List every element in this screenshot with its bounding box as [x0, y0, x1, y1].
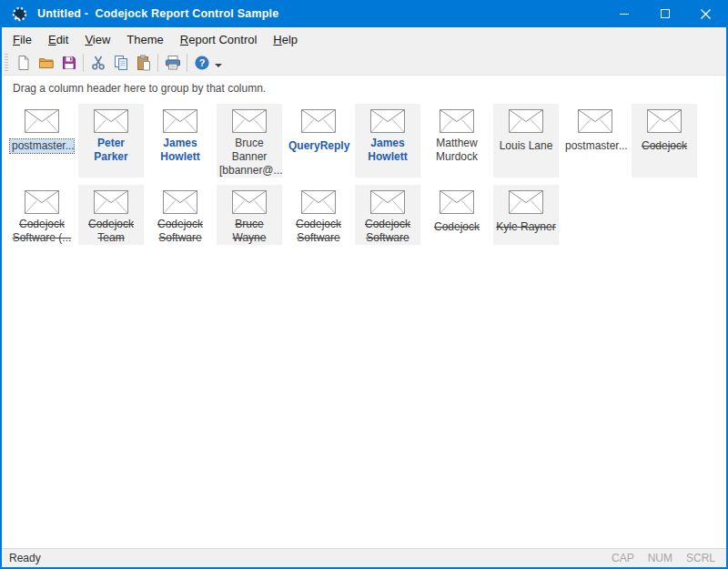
mail-item-label: Peter Parker	[79, 137, 143, 164]
envelope-icon	[94, 109, 128, 133]
mail-item-label: Codejock Team	[86, 218, 136, 245]
toolbar-grip[interactable]	[5, 54, 8, 72]
envelope-icon	[25, 190, 59, 214]
mail-item[interactable]: Codejock Software	[355, 185, 420, 245]
print-icon	[165, 55, 181, 71]
tile-row: postmaster...Peter ParkerJames HowlettBr…	[9, 104, 726, 178]
mail-item-label: Codejock Software (...	[11, 218, 74, 245]
app-window: Untitled - Codejock Report Control Sampl…	[0, 0, 728, 569]
new-button[interactable]	[12, 52, 35, 74]
mail-item[interactable]: QueryReply	[286, 104, 351, 178]
envelope-icon	[232, 109, 267, 133]
menu-view[interactable]: View	[76, 29, 118, 50]
mail-item[interactable]: James Howlett	[355, 104, 420, 178]
mail-item[interactable]: Kyle Rayner	[493, 185, 559, 245]
mail-item[interactable]: Codejock	[632, 104, 697, 178]
cut-button[interactable]	[86, 52, 109, 74]
scroll-lock-indicator: SCRL	[686, 552, 715, 564]
envelope-icon	[163, 190, 197, 214]
paste-button[interactable]	[132, 52, 155, 74]
menu-edit[interactable]: Edit	[40, 29, 76, 50]
window-title: Untitled - Codejock Report Control Sampl…	[37, 7, 278, 20]
envelope-icon	[301, 109, 336, 133]
minimize-icon	[620, 9, 629, 18]
mail-item-label: James Howlett	[366, 137, 409, 164]
save-floppy-icon	[61, 55, 77, 71]
open-folder-icon	[38, 55, 55, 71]
cut-scissors-icon	[90, 55, 106, 71]
caps-lock-indicator: CAP	[612, 552, 634, 564]
titlebar: Untitled - Codejock Report Control Sampl…	[2, 0, 726, 27]
toolbar-options-dropdown[interactable]	[215, 64, 222, 67]
tile-row: Codejock Software (...Codejock TeamCodej…	[9, 185, 726, 245]
maximize-icon	[661, 9, 670, 18]
print-button[interactable]	[161, 52, 184, 74]
status-message: Ready	[2, 552, 41, 564]
mail-item-label: Louis Lane	[498, 139, 555, 153]
group-by-box[interactable]: Drag a column header here to group by th…	[2, 76, 726, 102]
help-button[interactable]: ?	[190, 52, 213, 74]
mail-item[interactable]: Codejock Software (...	[9, 185, 75, 245]
mail-item-label: Matthew Murdock	[434, 137, 480, 164]
mail-item[interactable]: Bruce Wayne	[217, 185, 282, 245]
envelope-icon	[370, 109, 405, 133]
envelope-icon	[509, 109, 543, 133]
num-lock-indicator: NUM	[648, 552, 672, 564]
caption-buttons	[603, 0, 726, 27]
mail-item-label: postmaster...	[10, 139, 74, 153]
copy-icon	[113, 55, 129, 71]
mail-item-label: Codejock Software	[294, 218, 343, 245]
menu-file[interactable]: File	[5, 29, 40, 50]
paste-clipboard-icon	[136, 55, 152, 71]
toolbar-separator	[83, 54, 84, 72]
mail-item[interactable]: Louis Lane	[493, 104, 559, 178]
mail-item[interactable]: Bruce Banner [bbanner@...	[217, 104, 282, 178]
mail-item-label: Codejock Software	[156, 218, 205, 245]
mail-item[interactable]: Peter Parker	[78, 104, 144, 178]
save-button[interactable]	[57, 52, 80, 74]
mail-item[interactable]: Codejock Software	[147, 185, 213, 245]
items-grid: postmaster...Peter ParkerJames HowlettBr…	[2, 102, 726, 548]
envelope-icon	[232, 190, 267, 214]
mail-item[interactable]: postmaster...	[9, 104, 75, 178]
group-by-hint: Drag a column header here to group by th…	[13, 82, 266, 95]
mail-item-label: QueryReply	[287, 139, 350, 153]
mail-item[interactable]: Codejock Team	[78, 185, 144, 245]
mail-item-label: Bruce Banner [bbanner@...	[217, 137, 281, 178]
mail-item-label: Bruce Wayne	[217, 218, 281, 245]
minimize-button[interactable]	[603, 0, 644, 27]
mail-item-label: Codejock	[640, 139, 689, 153]
menu-report-control[interactable]: Report Control	[172, 29, 266, 50]
mail-item[interactable]: postmaster...	[562, 104, 628, 178]
mail-item-label: postmaster...	[563, 139, 627, 153]
mail-item[interactable]: Codejock Software	[286, 185, 351, 245]
open-button[interactable]	[35, 52, 57, 74]
mail-item[interactable]: Codejock	[424, 185, 490, 245]
close-icon	[701, 9, 711, 19]
envelope-icon	[94, 190, 128, 214]
mail-item-label: Kyle Rayner	[494, 220, 557, 234]
close-button[interactable]	[685, 0, 726, 27]
envelope-icon	[370, 190, 405, 214]
mail-item-label: Codejock Software	[363, 218, 412, 245]
mail-item-label: Codejock	[432, 220, 481, 234]
envelope-icon	[440, 109, 474, 133]
menu-help[interactable]: Help	[265, 29, 306, 50]
mail-item-label: James Howlett	[158, 137, 201, 164]
new-document-icon	[15, 55, 32, 71]
envelope-icon	[578, 109, 612, 133]
mail-item[interactable]: Matthew Murdock	[424, 104, 490, 178]
envelope-icon	[509, 190, 543, 214]
toolbar-separator	[157, 54, 158, 72]
envelope-icon	[647, 109, 682, 133]
copy-button[interactable]	[109, 52, 132, 74]
envelope-icon	[440, 190, 474, 214]
envelope-icon	[163, 109, 197, 133]
menubar: File Edit View Theme Report Control Help	[2, 27, 726, 51]
statusbar: Ready CAP NUM SCRL	[2, 548, 726, 567]
maximize-button[interactable]	[644, 0, 685, 27]
app-gear-icon	[11, 5, 28, 23]
envelope-icon	[25, 109, 59, 133]
mail-item[interactable]: James Howlett	[147, 104, 213, 178]
menu-theme[interactable]: Theme	[118, 29, 171, 50]
